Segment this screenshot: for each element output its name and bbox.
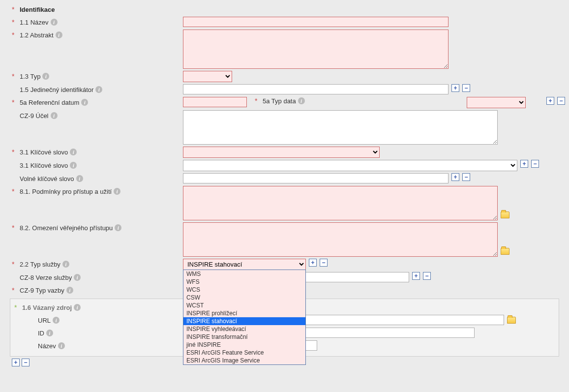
label-typ: 1.3 Typ (20, 73, 40, 80)
minus-icon[interactable]: − (557, 97, 565, 105)
dropdown-option[interactable]: WFS (183, 278, 305, 286)
plus-icon[interactable]: + (309, 259, 317, 267)
label-podminky: 8.1. Podmínky pro přístup a užití (20, 188, 112, 195)
minus-icon[interactable]: − (423, 272, 431, 280)
required-asterisk: * (12, 72, 18, 80)
minus-icon[interactable]: − (320, 259, 328, 267)
minus-icon[interactable]: − (22, 359, 30, 366)
plus-icon[interactable]: + (451, 173, 459, 181)
info-icon[interactable]: i (114, 188, 120, 195)
required-asterisk: * (12, 31, 18, 39)
label-typ-data: 5a Typ data (263, 97, 296, 105)
info-icon[interactable]: i (70, 162, 77, 169)
dropdown-option[interactable]: INSPIRE prohlížecí (183, 309, 305, 317)
required-asterisk: * (12, 260, 18, 268)
select-klic2[interactable] (183, 160, 517, 171)
info-icon[interactable]: i (66, 287, 73, 294)
label-nazev: 1.1 Název (20, 19, 49, 26)
info-icon[interactable]: i (62, 261, 69, 268)
subsection-title: 1.6 Vázaný zdroj (22, 304, 72, 311)
input-identifikator[interactable] (183, 84, 449, 94)
select-typ[interactable] (183, 71, 232, 82)
info-icon[interactable]: i (56, 31, 62, 38)
info-icon[interactable]: i (42, 73, 49, 80)
required-asterisk: * (12, 224, 18, 232)
label-klic2: 3.1 Klíčové slovo (20, 162, 68, 169)
dropdown-option[interactable]: jiné INSPIRE (183, 341, 305, 349)
info-icon[interactable]: i (115, 224, 121, 231)
row-ucel: CZ-9 Účel i (4, 110, 565, 145)
plus-icon[interactable]: + (520, 160, 528, 168)
plus-icon[interactable]: + (412, 272, 420, 280)
select-typ-data[interactable] (467, 97, 526, 108)
row-podminky: * 8.1. Podmínky pro přístup a užití i (4, 186, 565, 220)
info-icon[interactable]: i (76, 175, 83, 182)
row-abstrakt: * 1.2 Abstrakt i (4, 30, 565, 69)
section-header: * Identifikace (4, 4, 565, 15)
required-asterisk: * (255, 97, 261, 105)
info-icon[interactable]: i (51, 112, 58, 119)
input-volne-klic[interactable] (183, 173, 449, 183)
textarea-omezeni[interactable] (183, 222, 498, 257)
input-nazev[interactable] (183, 17, 449, 27)
row-klic1: * 3.1 Klíčové slovo i (4, 147, 565, 158)
plus-icon[interactable]: + (546, 97, 554, 105)
section-title: Identifikace (20, 6, 55, 13)
info-icon[interactable]: i (298, 97, 305, 104)
info-icon[interactable]: i (81, 99, 88, 106)
textarea-ucel[interactable] (183, 110, 498, 145)
minus-icon[interactable]: − (462, 84, 470, 92)
plus-icon[interactable]: + (12, 359, 20, 366)
folder-icon[interactable] (501, 211, 509, 218)
mid-label-typ-data: * 5a Typ data i (255, 97, 305, 105)
select-typ-sluzby[interactable]: INSPIRE stahovací (183, 259, 306, 270)
folder-icon[interactable] (507, 317, 516, 324)
dropdown-option[interactable]: WCS (183, 286, 305, 294)
label-url: URL (38, 317, 51, 324)
dropdown-option[interactable]: WCST (183, 302, 305, 309)
info-icon[interactable]: i (58, 342, 65, 349)
input-ref-datum[interactable] (183, 97, 247, 107)
label-ref-datum: 5a Referenční datum (20, 99, 79, 106)
row-omezeni: * 8.2. Omezení věřejného přístupu i (4, 222, 565, 257)
dropdown-option[interactable]: INSPIRE stahovací (183, 317, 305, 325)
row-nazev: * 1.1 Název i (4, 17, 565, 28)
label-verze-sluzby: CZ-8 Verze služby (20, 274, 72, 281)
row-typ-sluzby: * 2.2 Typ služby i INSPIRE stahovací WMS… (4, 259, 565, 270)
minus-icon[interactable]: − (531, 160, 539, 168)
dropdown-option[interactable]: ESRI ArcGIS Feature Service (183, 349, 305, 357)
row-klic2: 3.1 Klíčové slovo i + − (4, 160, 565, 171)
info-icon[interactable]: i (74, 304, 81, 311)
dropdown-option[interactable]: INSPIRE transformační (183, 333, 305, 341)
label-klic1: 3.1 Klíčové slovo (20, 149, 68, 156)
required-asterisk-green: * (14, 303, 20, 311)
label-typ-vazby: CZ-9 Typ vazby (20, 287, 64, 294)
dropdown-option[interactable]: WMS (183, 270, 305, 278)
label-volne-klic: Volné klíčové slovo (20, 175, 74, 182)
dropdown-option[interactable]: ESRI ArcGIS Image Service (183, 357, 305, 364)
dropdown-option[interactable]: INSPIRE vyhledeávací (183, 325, 305, 333)
info-icon[interactable]: i (53, 317, 60, 324)
info-icon[interactable]: i (74, 274, 81, 281)
plus-icon[interactable]: + (451, 84, 459, 92)
label-typ-sluzby: 2.2 Typ služby (20, 261, 60, 268)
info-icon[interactable]: i (51, 19, 58, 26)
textarea-abstrakt[interactable] (183, 30, 449, 69)
label-abstrakt: 1.2 Abstrakt (20, 31, 54, 39)
dropdown-list[interactable]: WMSWFSWCSCSWWCSTINSPIRE prohlížecíINSPIR… (183, 270, 306, 365)
textarea-podminky[interactable] (183, 186, 498, 220)
info-icon[interactable]: i (70, 149, 77, 155)
required-asterisk: * (12, 286, 18, 294)
folder-icon[interactable] (501, 248, 509, 255)
required-asterisk: * (12, 187, 18, 195)
label-omezeni: 8.2. Omezení věřejného přístupu (20, 224, 113, 232)
info-icon[interactable]: i (95, 86, 102, 93)
label-id: ID (38, 330, 44, 337)
minus-icon[interactable]: − (462, 173, 470, 181)
info-icon[interactable]: i (46, 330, 53, 336)
row-identifikator: 1.5 Jedinečný identifikátor i + − (4, 84, 565, 95)
dropdown-typ-sluzby[interactable]: INSPIRE stahovací WMSWFSWCSCSWWCSTINSPIR… (183, 259, 306, 270)
dropdown-option[interactable]: CSW (183, 294, 305, 302)
select-klic1[interactable] (183, 147, 380, 158)
required-asterisk: * (12, 18, 18, 26)
